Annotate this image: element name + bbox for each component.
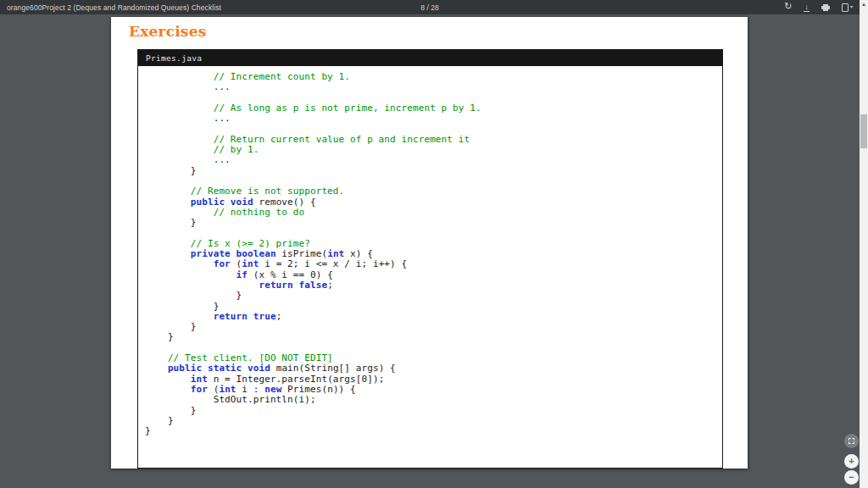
page-title: Exercises	[129, 23, 206, 40]
code-line: }	[145, 416, 722, 426]
scrollbar-up-arrow[interactable]: ▲	[860, 2, 868, 8]
more-icon[interactable]: ▾	[842, 3, 853, 12]
code-line: }	[145, 406, 722, 416]
zoom-out-button[interactable]: −	[844, 470, 859, 485]
zoom-controls: + −	[844, 434, 859, 485]
code-listing: // Increment count by 1. ... // As long …	[138, 66, 722, 436]
code-line: // As long as p is not prime, increment …	[145, 103, 722, 114]
code-line: // Increment count by 1.	[145, 72, 722, 82]
code-line: }	[145, 322, 722, 332]
fit-to-page-button[interactable]	[844, 434, 859, 448]
code-line: }	[145, 218, 722, 228]
code-line: }	[145, 426, 722, 436]
code-filename: Primes.java	[138, 50, 722, 66]
pdf-page: Exercises Primes.java // Increment count…	[111, 17, 748, 469]
code-line: // nothing to do	[145, 208, 722, 218]
code-line: return true;	[145, 312, 722, 322]
code-line: StdOut.println(i);	[145, 395, 722, 405]
print-icon[interactable]	[821, 3, 830, 12]
code-line: }	[145, 291, 722, 301]
code-line: ...	[145, 82, 722, 92]
code-line: // by 1.	[145, 145, 722, 155]
code-line: ...	[145, 114, 722, 124]
minus-icon: −	[849, 473, 854, 482]
code-line: }	[145, 166, 722, 176]
rotate-icon[interactable]: ↻	[784, 3, 792, 12]
scrollbar-thumb[interactable]	[860, 114, 867, 148]
code-line: ...	[145, 155, 722, 165]
code-line: }	[145, 332, 722, 342]
document-title: orange600Project 2 (Deques and Randomize…	[0, 3, 221, 12]
download-icon[interactable]: ↓	[804, 3, 810, 12]
fit-to-page-icon	[849, 438, 854, 444]
pdf-toolbar: orange600Project 2 (Deques and Randomize…	[0, 0, 860, 14]
plus-icon: +	[849, 457, 854, 466]
code-block: Primes.java // Increment count by 1. ...…	[137, 49, 723, 469]
zoom-in-button[interactable]: +	[844, 454, 859, 469]
vertical-scrollbar[interactable]: ▲	[860, 0, 868, 488]
toolbar-actions: ↻ ↓ ▾	[784, 0, 853, 14]
